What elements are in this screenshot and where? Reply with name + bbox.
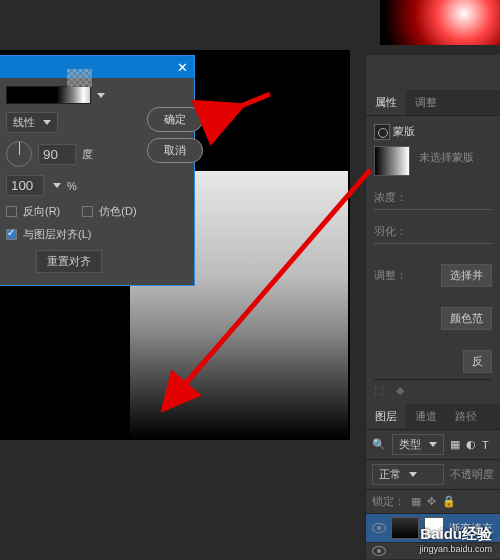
scale-unit-label: %: [67, 180, 77, 192]
chevron-down-icon: [43, 120, 51, 125]
lock-label: 锁定：: [372, 494, 405, 509]
filter-kind-icon[interactable]: 🔍: [372, 438, 386, 451]
visibility-icon[interactable]: [372, 523, 386, 533]
style-select[interactable]: 线性: [6, 112, 58, 133]
cancel-button[interactable]: 取消: [147, 138, 203, 163]
tab-paths[interactable]: 路径: [446, 404, 486, 429]
blend-mode-select[interactable]: 正常: [372, 464, 444, 485]
gradient-preview-swatch[interactable]: [6, 86, 91, 104]
lock-all-icon[interactable]: 🔒: [442, 495, 456, 508]
filter-type-icon[interactable]: T: [482, 439, 489, 451]
feather-label: 羽化：: [374, 224, 492, 239]
color-range-button[interactable]: 颜色范: [441, 307, 492, 330]
chevron-down-icon[interactable]: [97, 93, 105, 98]
layer-thumbnail[interactable]: [391, 517, 419, 539]
scale-input[interactable]: [6, 175, 44, 196]
chevron-down-icon: [409, 472, 417, 477]
adjust-label: 调整：: [374, 268, 407, 283]
mask-label: 蒙版: [393, 125, 415, 137]
apply-mask-icon[interactable]: ◆: [396, 384, 410, 398]
dialog-titlebar: ✕: [0, 56, 194, 78]
select-mask-button[interactable]: 选择并: [441, 264, 492, 287]
tab-channels[interactable]: 通道: [406, 404, 446, 429]
watermark-url: jingyan.baidu.com: [419, 544, 492, 554]
align-label: 与图层对齐(L): [23, 227, 91, 242]
mask-icon: [374, 124, 390, 140]
color-swatch-preview: [380, 0, 500, 45]
mask-status: 未选择蒙版: [419, 151, 474, 163]
visibility-icon[interactable]: [372, 546, 386, 556]
style-value: 线性: [13, 115, 35, 130]
right-panel: 属性 调整 蒙版 未选择蒙版 浓度： 羽化： 调整： 选择并 颜色范 反 ⬚ ◆…: [365, 55, 500, 560]
tab-properties[interactable]: 属性: [366, 90, 406, 115]
angle-input[interactable]: [38, 144, 76, 165]
lock-pixels-icon[interactable]: ▦: [411, 495, 421, 508]
align-checkbox[interactable]: [6, 229, 17, 240]
dither-label: 仿色(D): [99, 204, 136, 219]
reverse-checkbox[interactable]: [6, 206, 17, 217]
close-icon[interactable]: ✕: [177, 60, 188, 75]
watermark: Baidu经验 jingyan.baidu.com: [419, 525, 492, 554]
properties-tabs: 属性 调整: [366, 90, 500, 116]
density-label: 浓度：: [374, 190, 492, 205]
mask-action-icons: ⬚ ◆: [374, 379, 492, 402]
tab-adjustments[interactable]: 调整: [406, 90, 446, 115]
lock-position-icon[interactable]: ✥: [427, 495, 436, 508]
opacity-label: 不透明度: [450, 467, 494, 482]
angle-dial[interactable]: [6, 141, 32, 167]
angle-unit-label: 度: [82, 147, 93, 162]
dither-checkbox[interactable]: [82, 206, 93, 217]
chevron-down-icon[interactable]: [53, 183, 61, 188]
watermark-logo: Baidu经验: [419, 525, 492, 544]
load-selection-icon[interactable]: ⬚: [374, 384, 388, 398]
gradient-fill-dialog: ✕ 线性 度 % 反向(R) 仿色(D): [0, 55, 195, 286]
chevron-down-icon: [429, 442, 437, 447]
reset-align-button[interactable]: 重置对齐: [36, 250, 102, 273]
invert-button[interactable]: 反: [463, 350, 492, 373]
ok-button[interactable]: 确定: [147, 107, 203, 132]
filter-kind-select[interactable]: 类型: [392, 434, 444, 455]
filter-adjust-icon[interactable]: ◐: [466, 438, 476, 451]
filter-pixel-icon[interactable]: ▦: [450, 438, 460, 451]
reverse-label: 反向(R): [23, 204, 60, 219]
mask-thumbnail[interactable]: [374, 146, 410, 176]
tab-layers[interactable]: 图层: [366, 404, 406, 429]
